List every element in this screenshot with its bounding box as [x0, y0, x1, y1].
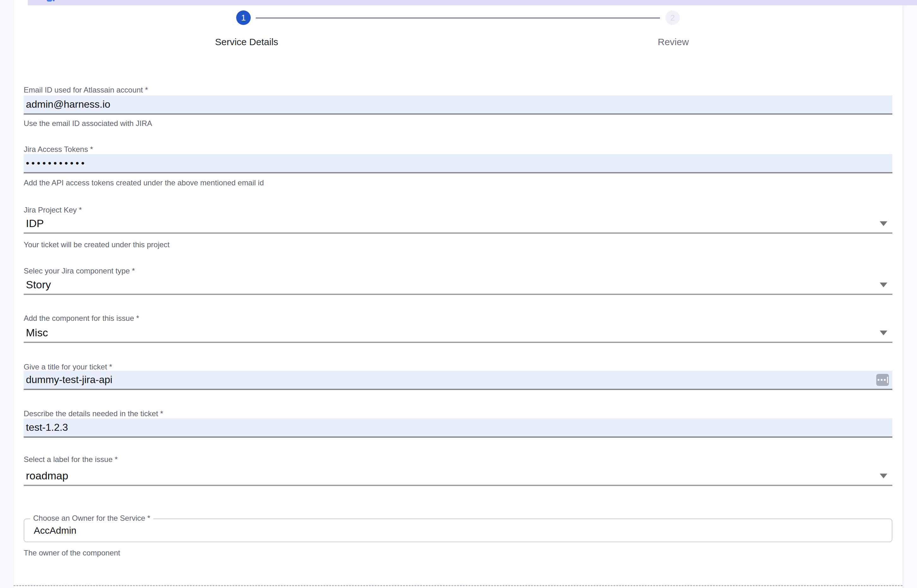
blue-logo-fragment-icon — [47, 0, 52, 2]
issue-label-label: Select a label for the issue * — [24, 455, 118, 464]
issue-component-label: Add the component for this issue * — [24, 314, 139, 323]
issue-label-select[interactable]: roadmap — [24, 467, 892, 486]
chevron-down-icon[interactable] — [880, 474, 887, 478]
issue-component-select[interactable]: Misc — [24, 323, 892, 343]
chevron-down-icon[interactable] — [880, 283, 887, 288]
chevron-down-icon[interactable] — [880, 331, 887, 335]
component-type-label: Selec your Jira component type * — [24, 267, 135, 275]
workflow-header-bar — [28, 0, 917, 5]
ticket-title-value: dummy-test-jira-api — [26, 374, 112, 386]
issue-component-value: Misc — [26, 326, 48, 339]
page-left-gutter — [0, 0, 14, 588]
email-field-helper: Use the email ID associated with JIRA — [24, 119, 152, 128]
chevron-down-icon[interactable] — [880, 221, 887, 226]
jira-access-tokens-helper: Add the API access tokens created under … — [24, 178, 264, 187]
service-owner-helper: The owner of the component — [24, 549, 120, 557]
stepper-step-1-label: Service Details — [215, 37, 278, 47]
page-right-gutter — [902, 5, 917, 588]
jira-project-key-label: Jira Project Key * — [24, 205, 82, 215]
stepper-step-1-badge[interactable]: 1 — [236, 10, 251, 25]
jira-access-tokens-input[interactable]: ••••••••••• — [24, 154, 892, 173]
stepper-step-2-label: Review — [658, 37, 689, 47]
email-field-label: Email ID used for Atlassain account * — [24, 86, 148, 94]
issue-label-value: roadmap — [26, 470, 68, 482]
jira-project-key-value: IDP — [26, 217, 44, 229]
jira-project-key-select[interactable]: IDP — [24, 214, 892, 234]
component-type-select[interactable]: Story — [24, 275, 892, 295]
stepper-step-2-badge[interactable]: 2 — [665, 10, 680, 25]
service-owner-input[interactable]: AccAdmin — [24, 519, 892, 542]
ticket-title-label: Give a title for your ticket * — [24, 362, 112, 372]
ticket-description-label: Describe the details needed in the ticke… — [24, 409, 163, 418]
component-type-value: Story — [26, 278, 51, 291]
ellipsis-cursor-icon[interactable] — [876, 374, 889, 386]
ticket-title-input[interactable]: dummy-test-jira-api — [24, 371, 892, 390]
section-dashed-divider — [14, 585, 902, 586]
jira-access-tokens-label: Jira Access Tokens * — [24, 145, 93, 154]
email-input[interactable]: admin@harness.io — [24, 95, 892, 115]
jira-project-key-helper: Your ticket will be created under this p… — [24, 240, 170, 249]
service-owner-label: Choose an Owner for the Service * — [30, 514, 153, 523]
ticket-description-input[interactable]: test-1.2.3 — [24, 418, 892, 438]
stepper-connector-line — [256, 17, 660, 19]
